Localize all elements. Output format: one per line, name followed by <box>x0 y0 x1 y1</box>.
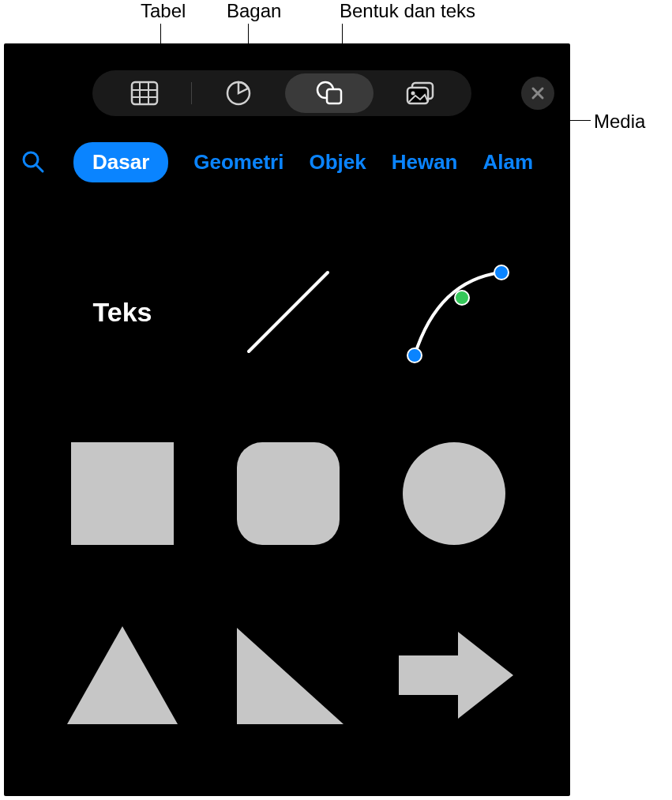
table-button[interactable] <box>100 73 189 113</box>
svg-point-10 <box>411 92 415 96</box>
insert-panel: Dasar Geometri Objek Hewan Alam Teks <box>4 43 570 796</box>
triangle-shape[interactable] <box>55 608 190 742</box>
close-button[interactable] <box>521 77 554 110</box>
shapes-button[interactable] <box>285 73 374 113</box>
rounded-square-shape[interactable] <box>221 426 355 561</box>
category-bar: Dasar Geometri Objek Hewan Alam <box>4 138 570 186</box>
svg-rect-0 <box>132 82 157 104</box>
curve-shape[interactable] <box>387 245 521 379</box>
svg-rect-19 <box>71 442 174 545</box>
svg-point-17 <box>455 291 469 305</box>
circle-shape[interactable] <box>387 426 521 561</box>
callout-chart: Bagan <box>227 0 281 22</box>
search-icon <box>21 150 45 174</box>
svg-rect-7 <box>327 89 341 103</box>
callout-table: Tabel <box>141 0 186 22</box>
triangle-icon <box>63 620 182 731</box>
right-triangle-shape[interactable] <box>221 608 355 742</box>
svg-point-18 <box>494 265 509 280</box>
text-shape[interactable]: Teks <box>55 245 190 379</box>
category-alam[interactable]: Alam <box>483 150 534 175</box>
chart-icon <box>225 80 252 107</box>
shapes-icon <box>314 80 344 107</box>
svg-point-21 <box>403 442 505 545</box>
svg-rect-20 <box>237 442 340 545</box>
rounded-square-icon <box>233 438 344 549</box>
category-geometri[interactable]: Geometri <box>193 150 283 175</box>
chart-button[interactable] <box>194 73 283 113</box>
circle-icon <box>399 438 509 549</box>
category-objek[interactable]: Objek <box>309 150 366 175</box>
arrow-right-shape[interactable] <box>387 608 521 742</box>
close-icon <box>531 86 545 100</box>
toolbar-divider <box>191 82 192 104</box>
line-icon <box>233 257 344 367</box>
svg-marker-24 <box>399 632 513 719</box>
category-hewan[interactable]: Hewan <box>392 150 458 175</box>
svg-marker-22 <box>67 626 178 724</box>
square-shape[interactable] <box>55 426 190 561</box>
svg-point-16 <box>407 348 422 362</box>
search-button[interactable] <box>18 147 48 177</box>
callout-media: Media <box>594 111 645 133</box>
media-icon <box>404 80 436 107</box>
arrow-right-icon <box>391 620 517 731</box>
line-shape[interactable] <box>221 245 355 379</box>
text-shape-label: Teks <box>93 297 152 328</box>
right-triangle-icon <box>229 620 347 731</box>
curve-icon <box>391 249 517 375</box>
svg-marker-23 <box>237 628 344 724</box>
svg-line-14 <box>36 165 43 171</box>
shapes-grid: Teks <box>43 225 533 762</box>
table-icon <box>130 81 159 106</box>
media-button[interactable] <box>376 73 464 113</box>
square-icon <box>67 438 178 549</box>
callout-shapes-text: Bentuk dan teks <box>340 0 475 22</box>
insert-toolbar <box>92 70 471 116</box>
svg-line-15 <box>249 272 328 351</box>
category-dasar[interactable]: Dasar <box>73 142 168 182</box>
